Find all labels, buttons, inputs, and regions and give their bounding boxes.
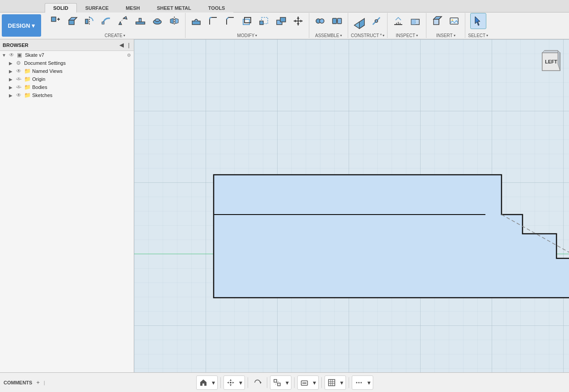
tab-surface[interactable]: SURFACE [77,3,118,13]
tree-item-bodies[interactable]: ▶ 👁 📁 Bodies [0,83,134,91]
chamfer-button[interactable] [222,13,238,29]
extrude-button[interactable] [64,13,80,29]
pan-tool-group: ▾ [223,375,245,390]
revolve-button[interactable] [81,13,97,29]
more-options-dropdown-button[interactable]: ▾ [366,376,373,389]
more-options-button[interactable] [352,376,366,389]
grid-settings-dropdown-button[interactable]: ▾ [338,376,346,389]
section-analysis-button[interactable] [407,13,423,29]
display-settings-dropdown-button[interactable]: ▾ [311,376,318,389]
assemble-label[interactable]: ASSEMBLE ▾ [315,33,342,38]
tree-item-document-settings[interactable]: ▶ ⚙ Document Settings [0,59,134,67]
doc-settings-arrow[interactable]: ▶ [9,61,15,66]
home-view-button[interactable] [197,376,210,389]
bodies-arrow[interactable]: ▶ [9,85,15,90]
root-settings-icon[interactable]: ⚙ [126,53,132,58]
svg-marker-10 [123,17,127,19]
grid-settings-button[interactable] [325,376,338,389]
svg-rect-12 [136,22,145,24]
design-button[interactable]: DESIGN ▾ [2,14,41,37]
tab-solid[interactable]: SOLID [45,3,77,13]
svg-rect-79 [274,379,277,382]
grid-settings-group: ▾ [325,375,346,390]
tab-sheet-metal[interactable]: SHEET METAL [148,3,200,13]
comments-separator: | [44,380,45,385]
tree-item-sketches[interactable]: ▶ 👁 📁 Sketches [0,91,134,99]
viewport[interactable]: Z Y LEFT [134,39,569,372]
insert-image-button[interactable] [446,13,462,29]
insert-label[interactable]: INSERT ▾ [436,33,455,38]
svg-marker-4 [69,17,77,20]
origin-arrow[interactable]: ▶ [9,77,15,82]
sketches-arrow[interactable]: ▶ [9,93,15,98]
browser-collapse-button[interactable]: | [127,41,131,49]
assemble-icons [312,13,345,29]
svg-point-41 [375,20,378,22]
home-dropdown-button[interactable]: ▾ [210,376,217,389]
construct-label[interactable]: CONSTRUCT * ▾ [351,33,384,38]
inspect-label[interactable]: INSPECT ▾ [396,33,418,38]
svg-marker-72 [200,379,207,386]
bodies-visibility-icon[interactable]: 👁 [16,84,23,90]
select-button[interactable] [470,13,486,29]
create-chevron: ▾ [123,34,125,38]
axis-button[interactable] [368,13,384,29]
svg-rect-49 [434,19,439,25]
tab-mesh[interactable]: MESH [117,3,148,13]
scale-button[interactable] [256,13,272,29]
svg-marker-29 [297,17,299,19]
create-label[interactable]: CREATE ▾ [105,33,125,38]
measure-button[interactable] [390,13,406,29]
comments-add-button[interactable]: + [35,379,41,386]
tab-bar: SOLID SURFACE MESH SHEET METAL TOOLS [0,0,569,13]
named-views-arrow[interactable]: ▶ [9,69,15,74]
orientation-cube[interactable]: LEFT [538,44,565,80]
root-visibility-icon[interactable]: 👁 [9,52,16,58]
svg-marker-31 [294,20,296,22]
origin-visibility-icon[interactable]: 👁 [16,76,23,82]
combine-button[interactable] [273,13,289,29]
tab-tools[interactable]: TOOLS [200,3,234,13]
bodies-label: Bodies [32,84,132,90]
zoom-fit-button[interactable] [270,376,284,389]
root-arrow[interactable]: ▼ [2,53,8,58]
tree-root-item[interactable]: ▼ 👁 ▣ Skate v7 ⚙ [0,51,134,59]
plane-button[interactable] [351,13,367,29]
orbit-button[interactable] [251,376,264,389]
tree-item-named-views[interactable]: ▶ 👁 📁 Named Views [0,67,134,75]
new-component-button[interactable] [47,13,63,29]
joint-button[interactable] [312,13,328,29]
bodies-folder-icon: 📁 [24,84,31,90]
sweep-button[interactable] [98,13,114,29]
modify-label[interactable]: MODIFY ▾ [237,33,257,38]
pan-button[interactable] [224,376,237,389]
tree-item-origin[interactable]: ▶ 👁 📁 Origin [0,75,134,83]
bottom-bar: COMMENTS + | ▾ ▾ ▾ [0,372,569,392]
svg-marker-74 [230,384,232,386]
display-settings-group: ▾ [297,375,319,390]
svg-rect-26 [280,17,286,22]
loft-button[interactable] [115,13,131,29]
sketch-canvas: Z Y [134,39,569,372]
press-pull-button[interactable] [188,13,204,29]
svg-marker-76 [232,382,234,384]
fillet-button[interactable] [205,13,221,29]
emboss-button[interactable] [149,13,165,29]
display-settings-button[interactable] [298,376,311,389]
named-views-visibility-icon[interactable]: 👁 [16,68,23,74]
insert-mesh-button[interactable] [429,13,445,29]
select-label[interactable]: SELECT ▾ [468,33,488,38]
rigid-group-button[interactable] [329,13,345,29]
zoom-dropdown-button[interactable]: ▾ [284,376,291,389]
select-icons [470,13,486,29]
rib-button[interactable] [132,13,148,29]
sketches-visibility-icon[interactable]: 👁 [16,92,23,98]
svg-rect-19 [192,21,200,25]
pan-dropdown-button[interactable]: ▾ [237,376,244,389]
move-button[interactable] [290,13,306,29]
browser-back-button[interactable]: ◀ [118,41,125,49]
svg-rect-24 [261,17,268,24]
shell-button[interactable] [239,13,255,29]
root-doc-icon: ▣ [17,52,24,58]
mirror-button[interactable] [166,13,182,29]
